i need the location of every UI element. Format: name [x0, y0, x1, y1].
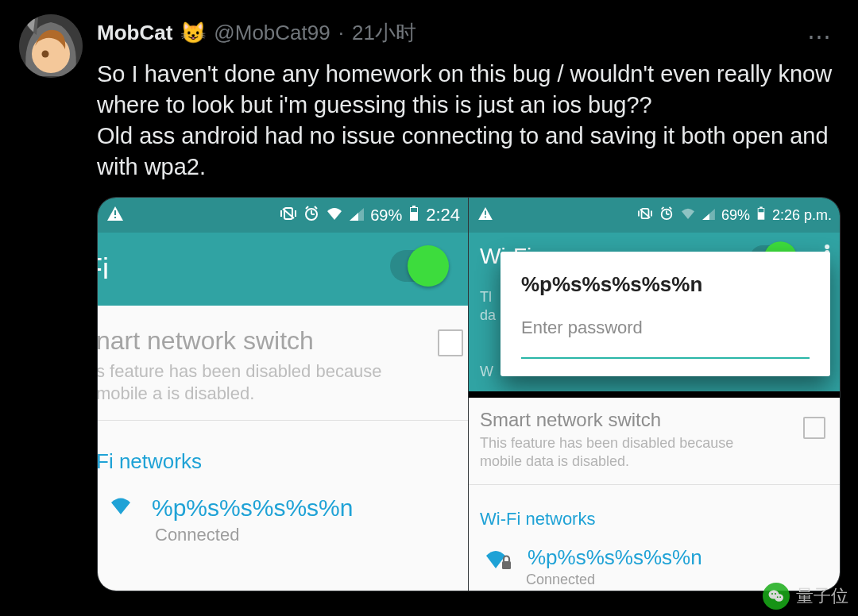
wifi-icon	[326, 206, 343, 225]
wifi-toggle[interactable]	[390, 250, 446, 282]
handle[interactable]: @MobCat99	[214, 21, 330, 45]
network-status: Connected	[155, 525, 468, 545]
settings-panel: nart network switch s feature has been d…	[98, 306, 468, 591]
svg-point-34	[771, 593, 773, 595]
battery-icon	[408, 206, 419, 225]
svg-point-37	[779, 596, 781, 598]
settings-titlebar: -Fi	[98, 233, 468, 306]
watermark: 量子位	[763, 583, 848, 610]
wifi-network-icon	[109, 495, 133, 521]
dialog-title: %p%s%s%s%s%n	[521, 272, 810, 297]
status-bar: 69% 2:26 p.m.	[469, 198, 840, 233]
clock-time: 2:26 p.m.	[772, 207, 832, 224]
smart-network-switch-row[interactable]: nart network switch s feature has been d…	[98, 306, 468, 421]
network-row[interactable]: %p%s%s%s%s%n	[98, 487, 468, 522]
svg-rect-29	[759, 206, 762, 208]
status-bar: 69% 2:24	[98, 198, 468, 233]
clock-time: 2:24	[426, 205, 460, 225]
avatar[interactable]	[19, 14, 83, 78]
battery-percent: 69%	[721, 207, 750, 224]
wifi-networks-header: Wi-Fi networks	[469, 485, 840, 541]
network-ssid: %p%s%s%s%s%n	[528, 545, 702, 570]
svg-rect-3	[114, 210, 116, 215]
svg-point-2	[42, 51, 49, 58]
svg-rect-18	[485, 216, 486, 218]
svg-line-26	[662, 206, 664, 209]
password-input[interactable]	[521, 357, 810, 359]
wechat-icon	[763, 583, 790, 610]
vibrate-icon	[637, 207, 653, 224]
alarm-icon	[659, 206, 674, 225]
wifi-icon	[680, 207, 696, 224]
separator-dot: ·	[338, 21, 344, 45]
smart-switch-checkbox[interactable]	[803, 417, 825, 439]
smart-network-switch-row[interactable]: Smart network switch This feature has be…	[469, 398, 840, 485]
svg-rect-31	[502, 561, 511, 569]
svg-point-36	[777, 596, 779, 598]
wifi-secure-icon	[485, 548, 512, 568]
watermark-text: 量子位	[796, 584, 848, 608]
tweet-header: MobCat 😺 @MobCat99 · 21小时	[97, 19, 416, 47]
body-line-2: Old ass android had no issue connecting …	[97, 123, 829, 179]
screenshot-left[interactable]: 69% 2:24 -Fi nart network switch s featu…	[98, 198, 469, 591]
signal-icon	[350, 206, 364, 225]
tweet-media: 69% 2:24 -Fi nart network switch s featu…	[97, 197, 841, 591]
svg-point-33	[775, 594, 783, 602]
alarm-icon	[303, 206, 319, 225]
svg-line-13	[315, 206, 317, 209]
svg-rect-15	[412, 206, 415, 207]
smart-switch-title: nart network switch	[98, 326, 468, 356]
battery-percent: 69%	[370, 206, 402, 225]
tweet-container: MobCat 😺 @MobCat99 · 21小时 ⋯ So I haven't…	[0, 0, 858, 616]
smart-switch-title: Smart network switch	[480, 409, 829, 431]
smart-switch-checkbox[interactable]	[438, 329, 463, 356]
network-row[interactable]: %p%s%s%s%s%n	[469, 541, 840, 570]
body-line-1: So I haven't done any homework on this b…	[97, 61, 832, 117]
screenshot-right[interactable]: 69% 2:26 p.m. Wi-Fi ••• Tl da W %p%s%s%s…	[469, 198, 840, 591]
warning-icon	[107, 206, 123, 225]
warning-icon	[478, 207, 493, 224]
svg-line-27	[670, 206, 672, 209]
display-name[interactable]: MobCat	[97, 21, 172, 45]
network-ssid: %p%s%s%s%s%n	[152, 495, 353, 522]
signal-icon	[702, 207, 715, 224]
smart-switch-subtitle: This feature has been disabled because m…	[480, 434, 774, 470]
svg-line-12	[306, 206, 308, 209]
vibrate-icon	[280, 206, 297, 225]
svg-rect-16	[411, 208, 417, 212]
wifi-networks-header: Fi networks	[98, 421, 468, 487]
svg-rect-30	[759, 209, 764, 212]
timestamp[interactable]: 21小时	[352, 19, 416, 47]
title-text: -Fi	[98, 252, 109, 286]
toggle-knob	[408, 245, 449, 287]
svg-rect-4	[114, 217, 116, 218]
battery-icon	[756, 206, 766, 225]
tweet-body: So I haven't done any homework on this b…	[97, 59, 834, 183]
password-dialog: %p%s%s%s%s%n Enter password	[500, 252, 830, 376]
smart-switch-subtitle: s feature has been disabled because mobi…	[98, 360, 430, 404]
dialog-password-label: Enter password	[521, 318, 810, 338]
svg-point-35	[775, 593, 776, 595]
svg-rect-17	[485, 210, 486, 214]
avatar-image	[19, 14, 83, 78]
settings-panel: Smart network switch This feature has be…	[469, 398, 840, 591]
cat-emoji-icon: 😺	[180, 21, 206, 45]
more-button[interactable]: ⋯	[807, 22, 834, 50]
